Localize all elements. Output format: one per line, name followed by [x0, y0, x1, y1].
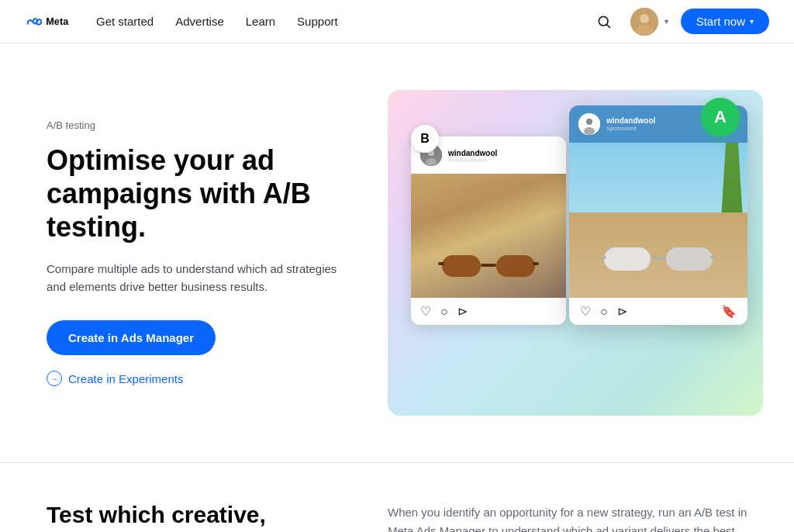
svg-rect-10	[496, 255, 535, 277]
start-now-button[interactable]: Start now ▾	[681, 9, 769, 34]
card-b-username: windandwool	[448, 149, 497, 162]
glasses-b-svg	[438, 244, 539, 286]
bottom-section: Test which creative, audience, placement…	[0, 462, 794, 532]
arrow-circle-icon: →	[47, 371, 62, 386]
avatar-chevron-icon[interactable]: ▾	[665, 17, 668, 26]
card-b-image	[411, 174, 566, 298]
svg-line-2	[607, 24, 610, 27]
start-now-chevron-icon: ▾	[750, 17, 754, 26]
badge-b: B	[411, 125, 439, 153]
svg-rect-11	[481, 264, 496, 267]
nav-learn[interactable]: Learn	[246, 15, 275, 28]
card-b-actions: ♡ ○ ⊳	[411, 298, 566, 325]
comment-icon-b: ○	[440, 305, 448, 319]
badge-a: A	[701, 98, 740, 136]
create-experiments-link[interactable]: → Create in Experiments	[47, 371, 183, 386]
svg-point-4	[640, 14, 649, 23]
navbar: Meta Get started Advertise Learn Support…	[0, 0, 794, 43]
svg-rect-18	[666, 247, 713, 271]
svg-rect-13	[533, 262, 539, 265]
hero-visual: windandwool ♡	[388, 90, 763, 416]
save-icon-a: 🔖	[721, 304, 737, 319]
hero-content-left: A/B testing Optimise your ad campaigns w…	[47, 90, 357, 416]
user-avatar[interactable]	[630, 8, 658, 36]
card-a-actions: ♡ ○ ⊳ 🔖	[569, 298, 747, 325]
meta-logo-svg: Meta	[25, 14, 71, 29]
card-a-actions-left: ♡ ○ ⊳	[580, 304, 627, 319]
hero-tag: A/B testing	[47, 119, 341, 131]
svg-rect-17	[604, 247, 651, 271]
ab-test-card-a: windandwool Sponsored	[569, 105, 747, 325]
svg-point-15	[586, 119, 592, 125]
svg-text:Meta: Meta	[46, 16, 69, 27]
svg-point-1	[599, 16, 608, 26]
create-ads-manager-button[interactable]: Create in Ads Manager	[47, 320, 216, 355]
svg-rect-12	[438, 262, 444, 265]
glasses-a-svg	[600, 236, 716, 282]
ab-test-card-b: windandwool ♡	[411, 136, 566, 325]
svg-rect-21	[710, 256, 716, 259]
like-icon-b: ♡	[420, 304, 431, 319]
search-button[interactable]	[590, 8, 618, 36]
card-a-username: windandwool Sponsored	[606, 116, 655, 132]
comment-icon-a: ○	[600, 305, 608, 319]
svg-point-16	[584, 127, 595, 135]
hero-section: A/B testing Optimise your ad campaigns w…	[0, 43, 794, 462]
nav-advertise[interactable]: Advertise	[175, 15, 224, 28]
navbar-left: Meta Get started Advertise Learn Support	[25, 14, 338, 29]
meta-logo[interactable]: Meta	[25, 14, 71, 29]
svg-rect-20	[600, 256, 606, 259]
svg-rect-19	[651, 257, 666, 260]
svg-point-8	[426, 158, 437, 166]
card-a-avatar	[578, 113, 600, 135]
bottom-left: Test which creative, audience, placement…	[47, 500, 341, 532]
share-icon-b: ⊳	[457, 304, 468, 319]
nav-support[interactable]: Support	[297, 15, 338, 28]
create-experiments-label: Create in Experiments	[68, 372, 183, 385]
bottom-heading: Test which creative, audience, placement…	[47, 500, 341, 532]
avatar-image	[630, 8, 658, 36]
nav-links: Get started Advertise Learn Support	[96, 15, 338, 28]
bottom-right: When you identify an opportunity for a n…	[388, 500, 747, 532]
hero-visual-container: windandwool ♡	[388, 90, 763, 416]
nav-get-started[interactable]: Get started	[96, 15, 154, 28]
like-icon-a: ♡	[580, 304, 591, 319]
hero-description: Compare multiple ads to understand which…	[47, 260, 341, 296]
svg-rect-9	[442, 255, 481, 277]
card-a-image	[569, 143, 747, 298]
hero-heading: Optimise your ad campaigns with A/B test…	[47, 143, 341, 244]
navbar-right: ▾ Start now ▾	[590, 8, 769, 36]
share-icon-a: ⊳	[617, 304, 627, 319]
bottom-description: When you identify an opportunity for a n…	[388, 503, 747, 532]
search-icon	[596, 14, 612, 29]
